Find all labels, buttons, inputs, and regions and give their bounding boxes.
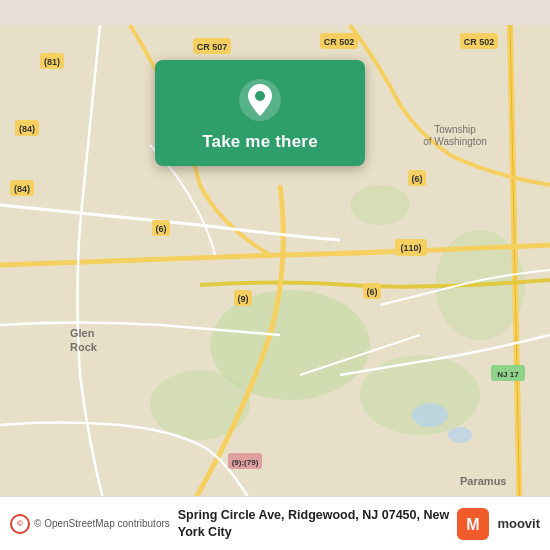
svg-text:(9): (9) [238,294,249,304]
svg-text:of Washington: of Washington [423,136,487,147]
svg-text:(9);(79): (9);(79) [232,458,259,467]
svg-point-2 [150,370,250,440]
svg-text:CR 502: CR 502 [464,37,495,47]
svg-text:Rock: Rock [70,341,98,353]
osm-label: © OpenStreetMap contributors [34,518,170,529]
svg-text:CR 507: CR 507 [197,42,228,52]
osm-circle-icon: © [10,514,30,534]
address-value: Spring Circle Ave, Ridgewood, NJ 07450, … [178,508,449,538]
svg-point-6 [412,403,448,427]
moovit-m-icon: M [462,513,484,535]
svg-point-7 [448,427,472,443]
svg-text:M: M [467,516,480,533]
svg-text:Township: Township [434,124,476,135]
osm-logo: © © OpenStreetMap contributors [10,514,170,534]
svg-text:NJ 17: NJ 17 [497,370,519,379]
svg-text:(110): (110) [400,243,421,253]
svg-text:(84): (84) [14,184,30,194]
map-container: (81) (84) (84) CR 507 CR 502 CR 502 (6) … [0,0,550,550]
svg-point-5 [350,185,410,225]
svg-text:(6): (6) [156,224,167,234]
address-text: Spring Circle Ave, Ridgewood, NJ 07450, … [178,507,450,540]
moovit-icon: M [457,508,489,540]
svg-point-41 [255,91,265,101]
location-pin-icon [238,78,282,122]
moovit-label: moovit [497,516,540,531]
take-me-there-label: Take me there [202,132,318,152]
bottom-bar: © © OpenStreetMap contributors Spring Ci… [0,496,550,550]
svg-text:(81): (81) [44,57,60,67]
moovit-logo: M moovit [457,508,540,540]
svg-text:(84): (84) [19,124,35,134]
svg-text:(6): (6) [412,174,423,184]
svg-text:CR 502: CR 502 [324,37,355,47]
svg-text:(6): (6) [367,287,378,297]
take-me-there-card[interactable]: Take me there [155,60,365,166]
svg-text:Glen: Glen [70,327,95,339]
svg-text:Paramus: Paramus [460,475,506,487]
